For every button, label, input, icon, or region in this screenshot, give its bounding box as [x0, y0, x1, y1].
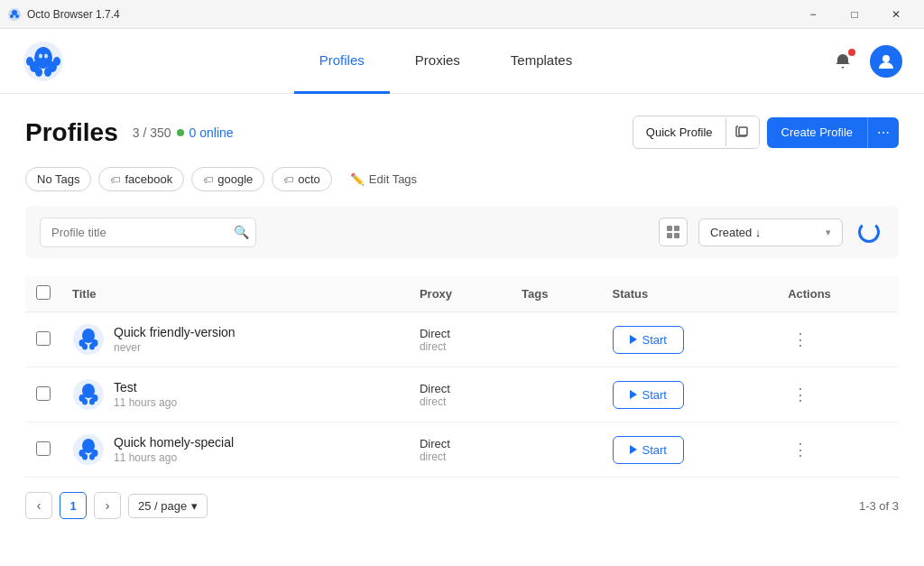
search-sort-row: 🔍 Created ↓ ▾	[25, 206, 899, 258]
tags-row: No Tags 🏷 facebook 🏷 google 🏷 octo ✏️ Ed…	[25, 167, 899, 191]
header-checkbox-cell	[25, 276, 61, 312]
more-actions-button-1[interactable]: ⋮	[788, 327, 813, 352]
tag-octo[interactable]: 🏷 octo	[272, 167, 332, 191]
header-status: Status	[602, 276, 778, 312]
quick-profile-button[interactable]: Quick Profile	[633, 116, 760, 149]
tag-icon-google: 🏷	[203, 174, 213, 185]
header-actions: Actions	[777, 276, 899, 312]
page-1-button[interactable]: 1	[60, 492, 87, 519]
online-indicator	[177, 129, 184, 136]
start-label-2: Start	[642, 388, 667, 402]
header-proxy: Proxy	[409, 276, 511, 312]
titlebar-controls: − □ ✕	[792, 0, 917, 29]
profile-info-2: Test 11 hours ago	[114, 380, 177, 409]
row-proxy-cell-3: Direct direct	[409, 422, 511, 478]
tag-facebook[interactable]: 🏷 facebook	[98, 167, 184, 191]
row-status-cell-3: Start	[602, 422, 778, 478]
table-row: Quick friendly-version never Direct dire…	[25, 312, 899, 367]
row-tags-cell-3	[511, 422, 601, 478]
edit-tags-icon: ✏️	[350, 172, 365, 186]
profile-name-3: Quick homely-special	[114, 435, 234, 450]
grid-view-button[interactable]	[659, 218, 688, 246]
titlebar: Octo Browser 1.7.4 − □ ✕	[0, 0, 924, 29]
sort-label: Created ↓	[710, 226, 761, 239]
more-actions-button-2[interactable]: ⋮	[788, 382, 813, 407]
tag-label-octo: octo	[298, 172, 320, 186]
svg-point-14	[882, 55, 890, 62]
prev-page-button[interactable]: ‹	[25, 492, 52, 519]
profile-sub-3: 11 hours ago	[114, 451, 234, 464]
sort-dropdown[interactable]: Created ↓ ▾	[698, 218, 843, 246]
row-status-cell-1: Start	[602, 312, 778, 367]
svg-point-25	[89, 344, 95, 350]
row-proxy-cell-2: Direct direct	[409, 367, 511, 422]
tag-label-google: google	[217, 172, 253, 186]
page-size-selector[interactable]: 25 / page ▾	[128, 494, 208, 518]
pagination: ‹ 1 › 25 / page ▾ 1-3 of 3	[25, 478, 899, 519]
table-row: Test 11 hours ago Direct direct Start	[25, 367, 899, 422]
create-profile-button[interactable]: Create Profile ⋯	[767, 117, 899, 148]
main-content: Profiles 3 / 350 0 online Quick Profile …	[0, 94, 924, 541]
profile-name-1: Quick friendly-version	[114, 325, 236, 339]
no-tags-filter[interactable]: No Tags	[25, 167, 91, 191]
play-icon-1	[630, 335, 637, 344]
start-button-3[interactable]: Start	[613, 436, 684, 464]
create-profile-more-icon: ⋯	[867, 117, 899, 148]
table-body: Quick friendly-version never Direct dire…	[25, 312, 899, 478]
next-page-button[interactable]: ›	[94, 492, 121, 519]
search-input[interactable]	[40, 218, 256, 247]
row-title-cell-1: Quick friendly-version never	[61, 312, 409, 367]
start-label-3: Start	[642, 443, 667, 457]
user-icon	[878, 53, 894, 70]
profile-info-1: Quick friendly-version never	[114, 325, 236, 354]
proxy-main-3: Direct	[420, 437, 500, 450]
table-header: Title Proxy Tags Status Actions	[25, 276, 899, 312]
svg-point-8	[35, 68, 42, 77]
edit-tags-button[interactable]: ✏️ Edit Tags	[339, 168, 428, 190]
close-button[interactable]: ✕	[875, 0, 917, 29]
svg-point-9	[44, 68, 51, 77]
main-nav: Profiles Proxies Templates	[294, 29, 597, 94]
row-checkbox-1[interactable]	[36, 331, 51, 346]
search-box: 🔍	[40, 218, 256, 247]
chevron-down-icon: ▾	[826, 227, 831, 238]
nav-templates[interactable]: Templates	[485, 29, 597, 94]
tag-google[interactable]: 🏷 google	[191, 167, 264, 191]
profile-cell-3: Quick homely-special 11 hours ago	[72, 433, 398, 466]
select-all-checkbox[interactable]	[36, 285, 51, 300]
nav-proxies[interactable]: Proxies	[390, 29, 485, 94]
profile-avatar-3	[72, 433, 105, 466]
maximize-button[interactable]: □	[834, 0, 875, 29]
nav-profiles[interactable]: Profiles	[294, 29, 390, 94]
start-label-1: Start	[642, 333, 667, 347]
svg-point-11	[53, 57, 60, 66]
svg-point-30	[82, 399, 88, 405]
start-button-1[interactable]: Start	[613, 326, 684, 354]
logo	[22, 40, 65, 83]
row-proxy-cell-1: Direct direct	[409, 312, 511, 367]
app-title: Octo Browser 1.7.4	[27, 8, 120, 21]
svg-rect-19	[674, 233, 679, 238]
svg-point-1	[12, 10, 17, 15]
row-status-cell-2: Start	[602, 367, 778, 422]
page-size-label: 25 / page	[138, 499, 187, 513]
notifications-button[interactable]	[827, 45, 859, 78]
refresh-button[interactable]	[854, 217, 884, 247]
more-actions-button-3[interactable]: ⋮	[788, 437, 813, 462]
refresh-icon	[858, 221, 880, 243]
profile-avatar-1	[72, 323, 105, 356]
count-fraction: 3 / 350	[133, 125, 171, 140]
play-icon-2	[630, 390, 637, 399]
svg-point-10	[26, 57, 33, 66]
user-avatar-button[interactable]	[870, 45, 902, 78]
row-checkbox-2[interactable]	[36, 386, 51, 401]
row-actions-cell-2: ⋮	[777, 367, 899, 422]
start-button-2[interactable]: Start	[613, 381, 684, 409]
svg-point-3	[15, 14, 19, 18]
profile-avatar-2	[72, 378, 105, 411]
minimize-button[interactable]: −	[792, 0, 834, 29]
page-title: Profiles	[25, 118, 118, 147]
svg-point-24	[82, 344, 88, 350]
grid-icon	[666, 225, 680, 239]
row-checkbox-3[interactable]	[36, 441, 51, 456]
